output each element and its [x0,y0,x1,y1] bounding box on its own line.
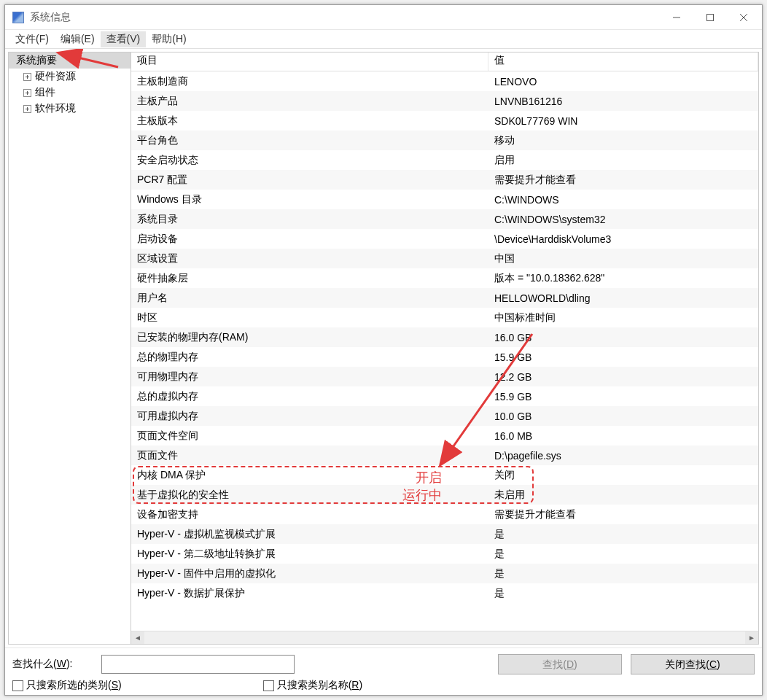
cell-value: 中国标准时间 [488,311,758,324]
search-label: 查找什么(W): [12,658,93,671]
table-row[interactable]: 可用物理内存12.2 GB [131,367,758,386]
cell-item: 内核 DMA 保护 [131,469,488,482]
table-row[interactable]: 设备加密支持需要提升才能查看 [131,505,758,524]
tree-panel[interactable]: 系统摘要 硬件资源 组件 软件环境 [9,52,131,644]
cell-value: 需要提升才能查看 [488,508,758,521]
cell-item: Hyper-V - 数据扩展保护 [131,587,488,600]
list-header: 项目 值 [131,52,758,71]
table-row[interactable]: 硬件抽象层版本 = "10.0.18362.628" [131,268,758,288]
table-row[interactable]: 可用虚拟内存10.0 GB [131,406,758,426]
cell-item: 主板制造商 [131,75,488,88]
table-row[interactable]: 主板版本SDK0L77769 WIN [131,111,758,131]
cell-value: 16.0 MB [488,430,758,442]
checkbox-icon[interactable] [12,680,23,691]
app-icon [12,12,24,23]
cell-value: 是 [488,587,758,600]
table-row[interactable]: PCR7 配置需要提升才能查看 [131,170,758,190]
find-button[interactable]: 查找(D) [498,654,622,674]
table-row[interactable]: 主板制造商LENOVO [131,71,758,91]
table-row[interactable]: 页面文件空间16.0 MB [131,426,758,446]
cell-value: D:\pagefile.sys [488,450,758,462]
cell-value: SDK0L77769 WIN [488,115,758,127]
search-category-name-checkbox[interactable]: 只搜索类别名称(R) [263,679,362,692]
horizontal-scrollbar[interactable]: ◄ ► [131,631,758,644]
tree-label: 硬件资源 [35,70,76,83]
cell-item: 用户名 [131,292,488,305]
cell-value: 需要提升才能查看 [488,174,758,187]
close-find-button[interactable]: 关闭查找(C) [631,654,755,674]
close-button[interactable] [727,7,760,28]
expand-icon[interactable] [23,73,31,81]
system-info-window: 系统信息 文件(F) 编辑(E) 查看(V) 帮助(H) 系统摘要 硬件资源 [4,4,763,696]
cell-value: 版本 = "10.0.18362.628" [488,272,758,285]
menu-edit[interactable]: 编辑(E) [55,31,101,47]
table-row[interactable]: Windows 目录C:\WINDOWS [131,190,758,209]
menu-view[interactable]: 查看(V) [101,31,147,47]
cell-value: 15.9 GB [488,351,758,363]
table-row[interactable]: Hyper-V - 虚拟机监视模式扩展是 [131,524,758,544]
cell-item: PCR7 配置 [131,174,488,187]
minimize-button[interactable] [660,7,693,28]
cell-value: 10.0 GB [488,411,758,422]
cell-value: LENOVO [488,76,758,88]
tree-system-summary[interactable]: 系统摘要 [9,52,131,69]
cell-item: 可用虚拟内存 [131,410,488,423]
table-row[interactable]: 用户名HELLOWORLD\dling [131,288,758,308]
checkbox-icon[interactable] [263,680,274,691]
cell-value: \Device\HarddiskVolume3 [488,233,758,245]
table-row[interactable]: 主板产品LNVNB161216 [131,91,758,111]
table-row[interactable]: 时区中国标准时间 [131,308,758,327]
cell-item: 硬件抽象层 [131,272,488,285]
cell-value: C:\WINDOWS\system32 [488,214,758,225]
expand-icon[interactable] [23,105,31,113]
cell-item: 基于虚拟化的安全性 [131,489,488,502]
search-selected-category-checkbox[interactable]: 只搜索所选的类别(S) [12,679,122,692]
table-row[interactable]: Hyper-V - 第二级地址转换扩展是 [131,544,758,564]
table-row[interactable]: Hyper-V - 数据扩展保护是 [131,583,758,603]
table-row[interactable]: 总的虚拟内存15.9 GB [131,386,758,406]
tree-components[interactable]: 组件 [9,85,131,101]
table-row[interactable]: 基于虚拟化的安全性未启用 [131,485,758,505]
cell-item: Hyper-V - 固件中启用的虚拟化 [131,567,488,580]
column-item[interactable]: 项目 [131,52,488,71]
cell-item: 区域设置 [131,252,488,265]
cell-item: 系统目录 [131,213,488,226]
tree-label: 系统摘要 [16,54,57,67]
cell-item: 总的虚拟内存 [131,390,488,403]
checkbox-label: 只搜索所选的类别(S) [26,679,122,692]
cell-value: 是 [488,528,758,541]
menu-file[interactable]: 文件(F) [9,31,55,47]
table-row[interactable]: Hyper-V - 固件中启用的虚拟化是 [131,564,758,583]
table-row[interactable]: 平台角色移动 [131,131,758,150]
scroll-track[interactable] [144,631,745,644]
search-input[interactable] [101,655,295,674]
table-row[interactable]: 安全启动状态启用 [131,150,758,170]
cell-value: HELLOWORLD\dling [488,292,758,304]
tree-hardware[interactable]: 硬件资源 [9,69,131,85]
titlebar[interactable]: 系统信息 [5,5,762,30]
cell-item: Windows 目录 [131,193,488,206]
cell-item: 可用物理内存 [131,370,488,384]
checkbox-label: 只搜索类别名称(R) [277,679,362,692]
expand-icon[interactable] [23,89,31,97]
table-row[interactable]: 系统目录C:\WINDOWS\system32 [131,209,758,229]
cell-item: 安全启动状态 [131,154,488,167]
table-row[interactable]: 启动设备\Device\HarddiskVolume3 [131,229,758,249]
list-body[interactable]: 主板制造商LENOVO主板产品LNVNB161216主板版本SDK0L77769… [131,71,758,631]
scroll-left-icon[interactable]: ◄ [131,631,144,644]
table-row[interactable]: 区域设置中国 [131,249,758,268]
table-row[interactable]: 页面文件D:\pagefile.sys [131,446,758,465]
menu-help[interactable]: 帮助(H) [146,31,192,47]
cell-value: 启用 [488,154,758,167]
table-row[interactable]: 已安装的物理内存(RAM)16.0 GB [131,327,758,347]
scroll-right-icon[interactable]: ► [745,631,758,644]
tree-software[interactable]: 软件环境 [9,101,131,117]
table-row[interactable]: 总的物理内存15.9 GB [131,347,758,367]
svg-rect-1 [707,14,714,20]
cell-item: 总的物理内存 [131,351,488,364]
tree-label: 组件 [35,86,55,99]
cell-item: 时区 [131,311,488,324]
maximize-button[interactable] [693,7,727,28]
table-row[interactable]: 内核 DMA 保护关闭 [131,465,758,485]
column-value[interactable]: 值 [488,52,758,71]
